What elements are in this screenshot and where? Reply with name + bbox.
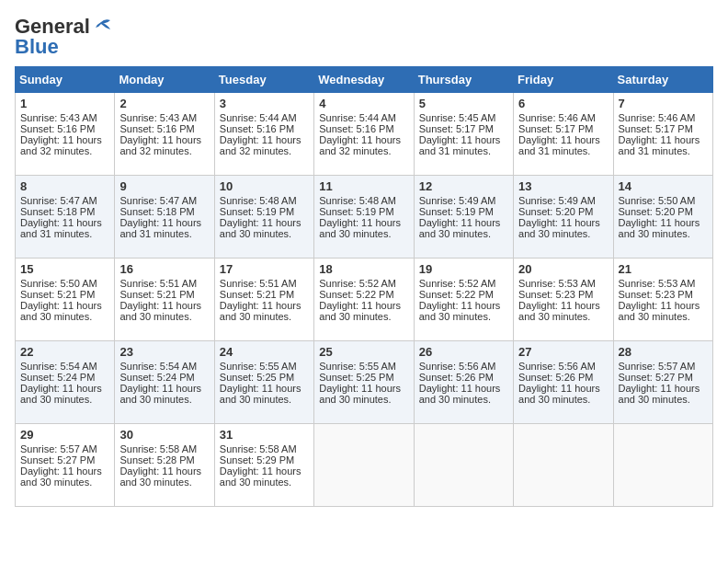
- calendar-cell: 14Sunrise: 5:50 AMSunset: 5:20 PMDayligh…: [613, 176, 712, 259]
- calendar-cell: 2Sunrise: 5:43 AMSunset: 5:16 PMDaylight…: [115, 93, 214, 176]
- col-header-wednesday: Wednesday: [314, 67, 414, 93]
- calendar-cell: 10Sunrise: 5:48 AMSunset: 5:19 PMDayligh…: [214, 176, 313, 259]
- calendar-cell: 25Sunrise: 5:55 AMSunset: 5:25 PMDayligh…: [314, 341, 414, 424]
- calendar-cell: 19Sunrise: 5:52 AMSunset: 5:22 PMDayligh…: [414, 259, 513, 341]
- calendar-cell: 16Sunrise: 5:51 AMSunset: 5:21 PMDayligh…: [115, 259, 214, 341]
- calendar-cell: 7Sunrise: 5:46 AMSunset: 5:17 PMDaylight…: [613, 93, 712, 176]
- col-header-thursday: Thursday: [414, 67, 513, 93]
- calendar-cell: 1Sunrise: 5:43 AMSunset: 5:16 PMDaylight…: [16, 93, 115, 176]
- calendar-cell: [514, 424, 613, 507]
- calendar-cell: 24Sunrise: 5:55 AMSunset: 5:25 PMDayligh…: [214, 341, 313, 424]
- col-header-sunday: Sunday: [16, 67, 115, 93]
- calendar-cell: 8Sunrise: 5:47 AMSunset: 5:18 PMDaylight…: [16, 176, 115, 259]
- col-header-saturday: Saturday: [613, 67, 712, 93]
- calendar-cell: 20Sunrise: 5:53 AMSunset: 5:23 PMDayligh…: [514, 259, 613, 341]
- calendar-cell: 28Sunrise: 5:57 AMSunset: 5:27 PMDayligh…: [613, 341, 712, 424]
- week-row-2: 8Sunrise: 5:47 AMSunset: 5:18 PMDaylight…: [16, 176, 713, 259]
- calendar-cell: 22Sunrise: 5:54 AMSunset: 5:24 PMDayligh…: [16, 341, 115, 424]
- calendar-cell: 21Sunrise: 5:53 AMSunset: 5:23 PMDayligh…: [613, 259, 712, 341]
- calendar-cell: 4Sunrise: 5:44 AMSunset: 5:16 PMDaylight…: [314, 93, 414, 176]
- calendar-cell: 13Sunrise: 5:49 AMSunset: 5:20 PMDayligh…: [514, 176, 613, 259]
- calendar-cell: 6Sunrise: 5:46 AMSunset: 5:17 PMDaylight…: [514, 93, 613, 176]
- logo: General Blue: [15, 15, 112, 59]
- calendar-cell: [613, 424, 712, 507]
- calendar-cell: 5Sunrise: 5:45 AMSunset: 5:17 PMDaylight…: [414, 93, 513, 176]
- calendar-cell: 9Sunrise: 5:47 AMSunset: 5:18 PMDaylight…: [115, 176, 214, 259]
- calendar-cell: [414, 424, 513, 507]
- week-row-4: 22Sunrise: 5:54 AMSunset: 5:24 PMDayligh…: [16, 341, 713, 424]
- calendar-cell: 17Sunrise: 5:51 AMSunset: 5:21 PMDayligh…: [214, 259, 313, 341]
- logo-bird-icon: [92, 18, 112, 35]
- calendar-cell: 30Sunrise: 5:58 AMSunset: 5:28 PMDayligh…: [115, 424, 214, 507]
- calendar-cell: 12Sunrise: 5:49 AMSunset: 5:19 PMDayligh…: [414, 176, 513, 259]
- col-header-monday: Monday: [115, 67, 214, 93]
- calendar-cell: [314, 424, 414, 507]
- week-row-3: 15Sunrise: 5:50 AMSunset: 5:21 PMDayligh…: [16, 259, 713, 341]
- page-header: General Blue: [15, 15, 713, 59]
- col-header-tuesday: Tuesday: [214, 67, 313, 93]
- calendar-cell: 11Sunrise: 5:48 AMSunset: 5:19 PMDayligh…: [314, 176, 414, 259]
- week-row-1: 1Sunrise: 5:43 AMSunset: 5:16 PMDaylight…: [16, 93, 713, 176]
- calendar-cell: 27Sunrise: 5:56 AMSunset: 5:26 PMDayligh…: [514, 341, 613, 424]
- calendar-table: SundayMondayTuesdayWednesdayThursdayFrid…: [15, 66, 713, 507]
- calendar-cell: 31Sunrise: 5:58 AMSunset: 5:29 PMDayligh…: [214, 424, 313, 507]
- calendar-cell: 15Sunrise: 5:50 AMSunset: 5:21 PMDayligh…: [16, 259, 115, 341]
- calendar-cell: 18Sunrise: 5:52 AMSunset: 5:22 PMDayligh…: [314, 259, 414, 341]
- calendar-cell: 3Sunrise: 5:44 AMSunset: 5:16 PMDaylight…: [214, 93, 313, 176]
- calendar-cell: 29Sunrise: 5:57 AMSunset: 5:27 PMDayligh…: [16, 424, 115, 507]
- week-row-5: 29Sunrise: 5:57 AMSunset: 5:27 PMDayligh…: [16, 424, 713, 507]
- calendar-cell: 26Sunrise: 5:56 AMSunset: 5:26 PMDayligh…: [414, 341, 513, 424]
- calendar-cell: 23Sunrise: 5:54 AMSunset: 5:24 PMDayligh…: [115, 341, 214, 424]
- logo-blue: Blue: [15, 35, 59, 59]
- col-header-friday: Friday: [514, 67, 613, 93]
